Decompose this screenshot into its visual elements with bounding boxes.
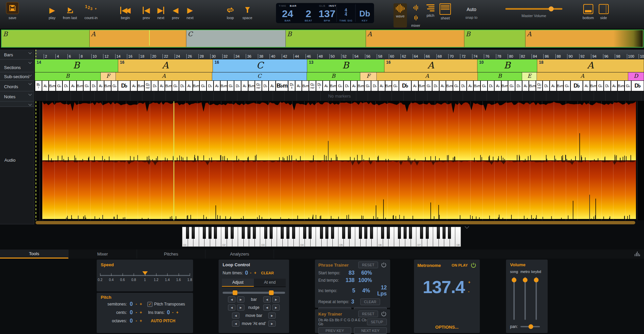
- master-volume-slider[interactable]: [505, 8, 562, 10]
- speed-slider[interactable]: 0.20.40.60.811.21.41.61.8: [100, 271, 190, 284]
- instrans-plus[interactable]: +: [176, 310, 179, 315]
- chord-cell[interactable]: B♭m: [473, 80, 480, 91]
- subsection-D[interactable]: D: [628, 72, 644, 80]
- subsection-A[interactable]: A: [537, 72, 628, 80]
- chord-cell[interactable]: A♭: [411, 80, 418, 91]
- volume-knob-keybd[interactable]: [534, 278, 539, 282]
- chord-cell[interactable]: D♭: [515, 80, 522, 91]
- prev-bar-button[interactable]: ◀ prev: [172, 4, 179, 20]
- loop-tab-adjust[interactable]: Adjust: [222, 279, 254, 287]
- chord-cell[interactable]: A♭: [97, 80, 104, 91]
- loop-button[interactable]: loop: [226, 4, 235, 20]
- subsections-row[interactable]: BFACBFABEAD: [35, 72, 644, 80]
- collapse-chevron-icon[interactable]: [29, 82, 31, 85]
- chord-cell[interactable]: B♭m: [501, 80, 508, 91]
- pan-slider[interactable]: [520, 326, 540, 327]
- chord-cell[interactable]: D♭: [604, 80, 611, 91]
- chord-cell[interactable]: G♭ma7: [255, 80, 262, 91]
- chord-cell[interactable]: D♭: [343, 80, 351, 91]
- loop-tab-atend[interactable]: At end: [254, 279, 286, 287]
- view-button-wave[interactable]: wave: [394, 3, 407, 27]
- chords-row[interactable]: B♭7A♭B♭mG♭D♭A♭B♭mG♭D♭A♭B♭mG♭D♭A♭B♭mG♭ma7…: [35, 80, 644, 91]
- black-key[interactable]: [342, 227, 345, 239]
- chord-cell[interactable]: G♭: [425, 80, 432, 91]
- semitones-minus[interactable]: -: [136, 302, 138, 307]
- subsection-C[interactable]: C: [212, 72, 307, 80]
- volume-slider-keybd[interactable]: [536, 277, 537, 320]
- playhead-line[interactable]: [174, 101, 174, 220]
- next-bar-button[interactable]: ▶ next: [186, 4, 193, 20]
- subsection-F[interactable]: F: [101, 72, 116, 80]
- chord-cell[interactable]: B♭m: [193, 80, 200, 91]
- black-key[interactable]: [348, 227, 351, 239]
- loop-range-slider[interactable]: [223, 292, 285, 294]
- chord-cell[interactable]: D♭: [543, 80, 550, 91]
- black-key[interactable]: [225, 227, 228, 239]
- volume-knob-song[interactable]: [512, 278, 516, 282]
- black-key[interactable]: [320, 227, 323, 239]
- view-button-pitch[interactable]: pitch: [424, 3, 436, 27]
- overview-segment-B[interactable]: B: [2, 30, 90, 47]
- black-key[interactable]: [409, 227, 412, 239]
- chord-cell[interactable]: A♭: [583, 80, 590, 91]
- play-from-last-button[interactable]: from last: [63, 4, 77, 20]
- sidebar-row-audio[interactable]: [0, 101, 34, 107]
- subsection-E[interactable]: E: [522, 72, 537, 80]
- chord-cell[interactable]: B♭m: [137, 80, 144, 91]
- chord-cell[interactable]: G♭: [480, 80, 488, 91]
- prev-section-button[interactable]: ◀ prev: [143, 4, 150, 20]
- nudge-left-fine-button[interactable]: ◀: [228, 304, 235, 311]
- next-key-button[interactable]: NEXT KEY: [354, 327, 387, 334]
- section-B[interactable]: 13B: [307, 59, 384, 72]
- chord-cell[interactable]: D♭7: [316, 80, 323, 91]
- sidebar-row-bars[interactable]: Bars: [0, 50, 34, 59]
- black-key[interactable]: [404, 227, 407, 239]
- chord-cell[interactable]: G♭ma7: [309, 80, 316, 91]
- section-A[interactable]: 16A: [118, 59, 213, 72]
- side-panel-button[interactable]: side: [599, 4, 609, 20]
- move-bar-right-button[interactable]: ▶: [268, 313, 276, 319]
- chord-cell[interactable]: B♭m: [590, 80, 597, 91]
- semitones-plus[interactable]: +: [140, 302, 143, 307]
- black-key[interactable]: [281, 227, 284, 239]
- overview-segment-A[interactable]: A: [90, 30, 186, 47]
- phrase-clear-button[interactable]: CLEAR: [360, 298, 380, 305]
- chord-cell[interactable]: A♭: [158, 80, 165, 91]
- loop-start-handle[interactable]: [233, 290, 237, 295]
- cents-minus[interactable]: -: [136, 310, 138, 315]
- chord-cell[interactable]: D♭: [151, 80, 158, 91]
- chord-cell[interactable]: G♭: [508, 80, 515, 91]
- tab-mixer[interactable]: Mixer: [68, 249, 137, 259]
- metronome-power-icon[interactable]: [470, 262, 476, 268]
- chord-cell[interactable]: B♭m: [104, 80, 111, 91]
- subsection-F[interactable]: F: [360, 72, 377, 80]
- sidebar-row-sections[interactable]: Sections: [0, 59, 34, 72]
- glb-tab[interactable]: GLB: [319, 4, 325, 7]
- black-key[interactable]: [253, 227, 256, 239]
- chord-cell[interactable]: D♭: [262, 80, 269, 91]
- key-reset-button[interactable]: RESET: [358, 311, 378, 317]
- chord-cell[interactable]: D♭: [488, 80, 495, 91]
- black-key[interactable]: [387, 227, 390, 239]
- black-key[interactable]: [325, 227, 328, 239]
- chord-cell[interactable]: A♭: [439, 80, 446, 91]
- piano-collapse-chevron-icon[interactable]: [465, 225, 469, 229]
- black-key[interactable]: [231, 227, 234, 239]
- chord-cell[interactable]: A♭: [130, 80, 137, 91]
- section-B[interactable]: 10B: [477, 59, 537, 72]
- chord-cell[interactable]: A♭: [494, 80, 501, 91]
- chord-cell[interactable]: B♭m: [529, 80, 536, 91]
- play-button[interactable]: ▶ play: [49, 4, 55, 20]
- nudge-right-fine-button[interactable]: ▶: [237, 304, 244, 311]
- nudge-left-button[interactable]: ◀: [263, 304, 271, 311]
- overview-segment-C[interactable]: C: [186, 30, 286, 47]
- notes-row[interactable]: No markers: [35, 91, 644, 101]
- view-button-sheet[interactable]: sheet: [439, 3, 451, 27]
- chord-cell[interactable]: G♭: [172, 80, 179, 91]
- tab-pitches[interactable]: Pitches: [137, 249, 205, 259]
- speed-handle[interactable]: [142, 271, 148, 278]
- subsection-A[interactable]: A: [377, 72, 478, 80]
- chord-cell[interactable]: B♭m: [165, 80, 172, 91]
- move-atend-right-button[interactable]: ▶: [268, 321, 276, 327]
- chord-cell[interactable]: B♭m: [220, 80, 227, 91]
